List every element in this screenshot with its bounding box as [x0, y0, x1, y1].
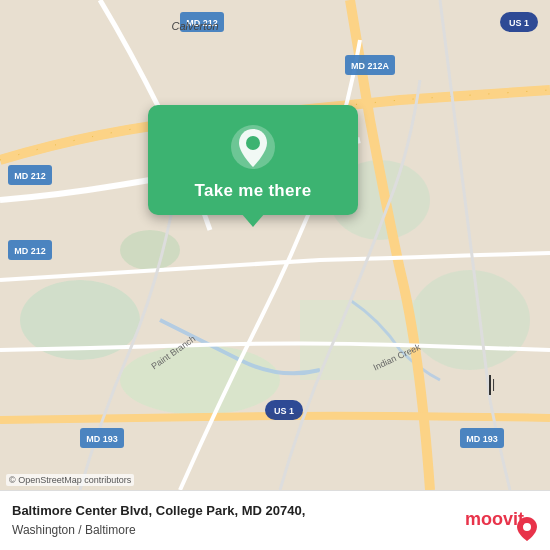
svg-text:MD 212A: MD 212A [351, 61, 390, 71]
svg-text:MD 193: MD 193 [86, 434, 118, 444]
svg-point-4 [410, 270, 530, 370]
svg-text:|: | [492, 377, 495, 391]
region-text: Washington / Baltimore [12, 523, 136, 537]
svg-text:US 1: US 1 [274, 406, 294, 416]
take-me-there-button[interactable]: Take me there [195, 181, 312, 201]
svg-text:US 1: US 1 [509, 18, 529, 28]
svg-point-2 [120, 345, 280, 415]
svg-point-30 [246, 136, 260, 150]
svg-text:MD 193: MD 193 [466, 434, 498, 444]
svg-text:MD 212: MD 212 [14, 246, 46, 256]
svg-rect-5 [300, 300, 420, 380]
svg-point-6 [120, 230, 180, 270]
moovit-brand-label: moovit [465, 509, 524, 530]
footer: Baltimore Center Blvd, College Park, MD … [0, 490, 550, 550]
svg-text:Calverton: Calverton [171, 20, 218, 32]
address-text: Baltimore Center Blvd, College Park, MD … [12, 503, 305, 518]
location-pin-icon [229, 123, 277, 171]
svg-text:MD 212: MD 212 [14, 171, 46, 181]
moovit-logo-container: moovit [516, 516, 538, 542]
map-attribution: © OpenStreetMap contributors [6, 474, 134, 486]
svg-point-31 [523, 523, 531, 531]
map-container: MD 212 US 1 MD 212A MD 212 MD 212 US 1 M… [0, 0, 550, 490]
location-popup: Take me there [148, 105, 358, 215]
